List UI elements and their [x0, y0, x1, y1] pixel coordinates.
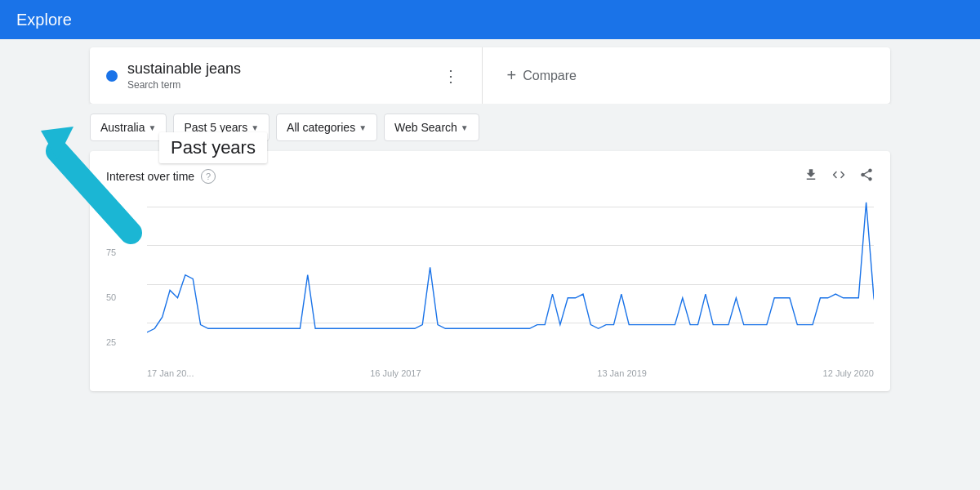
embed-button[interactable] — [831, 167, 846, 185]
y-label-25: 25 — [106, 337, 116, 347]
x-label-0: 17 Jan 20... — [147, 368, 194, 378]
search-type-label: Web Search — [394, 121, 457, 134]
region-label: Australia — [100, 121, 145, 134]
chart-actions — [804, 167, 874, 185]
y-label-75: 75 — [106, 247, 116, 257]
chart-svg — [147, 198, 874, 344]
x-labels: 17 Jan 20... 16 July 2017 13 Jan 2019 12… — [147, 368, 874, 378]
x-label-2: 13 Jan 2019 — [597, 368, 647, 378]
category-filter[interactable]: All categories ▼ — [276, 114, 377, 141]
chart-header: Interest over time ? — [106, 167, 874, 185]
time-label: Past 5 years — [184, 121, 247, 134]
compare-button[interactable]: + Compare — [507, 66, 577, 85]
time-filter[interactable]: Past 5 years ▼ — [173, 114, 270, 141]
time-chevron-icon: ▼ — [251, 123, 259, 132]
share-button[interactable] — [859, 167, 874, 185]
chart-card: Interest over time ? 100 75 50 25 — [90, 151, 890, 391]
search-card: sustainable jeans Search term ⋮ + Compar… — [90, 47, 890, 104]
y-label-100: 100 — [106, 203, 121, 212]
chart-title: Interest over time — [106, 170, 194, 183]
category-chevron-icon: ▼ — [359, 123, 367, 132]
region-filter[interactable]: Australia ▼ — [90, 114, 167, 141]
search-term-name: sustainable jeans — [127, 60, 436, 78]
search-term-info: sustainable jeans Search term — [127, 60, 436, 91]
help-icon[interactable]: ? — [201, 169, 216, 184]
compare-section: + Compare — [483, 47, 891, 104]
app-title: Explore — [16, 11, 72, 29]
search-more-button[interactable]: ⋮ — [436, 66, 466, 86]
search-type-chevron-icon: ▼ — [461, 123, 469, 132]
category-label: All categories — [287, 121, 355, 134]
chart-container: 100 75 50 25 17 Jan 20... 16 July 2017 1… — [106, 198, 874, 378]
search-type-filter[interactable]: Web Search ▼ — [384, 114, 479, 141]
app-header: Explore — [0, 0, 980, 39]
chart-title-group: Interest over time ? — [106, 169, 216, 184]
main-content: sustainable jeans Search term ⋮ + Compar… — [0, 39, 980, 399]
compare-label: Compare — [523, 69, 577, 83]
x-label-3: 12 July 2020 — [823, 368, 874, 378]
search-dot-indicator — [106, 70, 118, 82]
filters-bar: Australia ▼ Past 5 years ▼ All categorie… — [90, 104, 890, 151]
compare-plus-icon: + — [507, 66, 517, 85]
y-label-50: 50 — [106, 292, 116, 302]
search-term-section: sustainable jeans Search term ⋮ — [90, 47, 483, 104]
region-chevron-icon: ▼ — [148, 123, 156, 132]
download-button[interactable] — [804, 167, 818, 185]
x-label-1: 16 July 2017 — [370, 368, 421, 378]
search-term-label: Search term — [127, 79, 436, 91]
